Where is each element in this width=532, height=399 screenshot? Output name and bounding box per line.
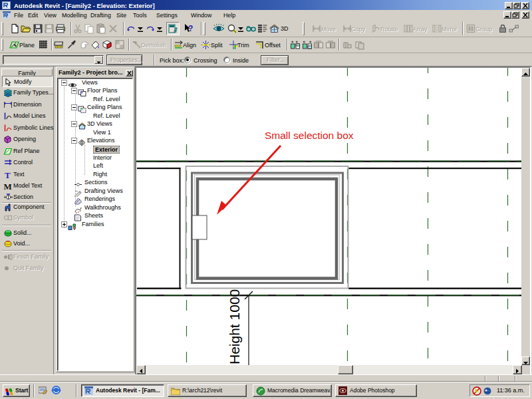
svg-text:?: ? bbox=[188, 24, 193, 33]
svg-text:a: a bbox=[174, 28, 177, 34]
svg-text:M: M bbox=[4, 182, 12, 190]
svg-text:Small selection box: Small selection box bbox=[265, 130, 354, 141]
svg-text:Height 1000: Height 1000 bbox=[227, 289, 242, 364]
svg-text:T: T bbox=[5, 170, 11, 179]
